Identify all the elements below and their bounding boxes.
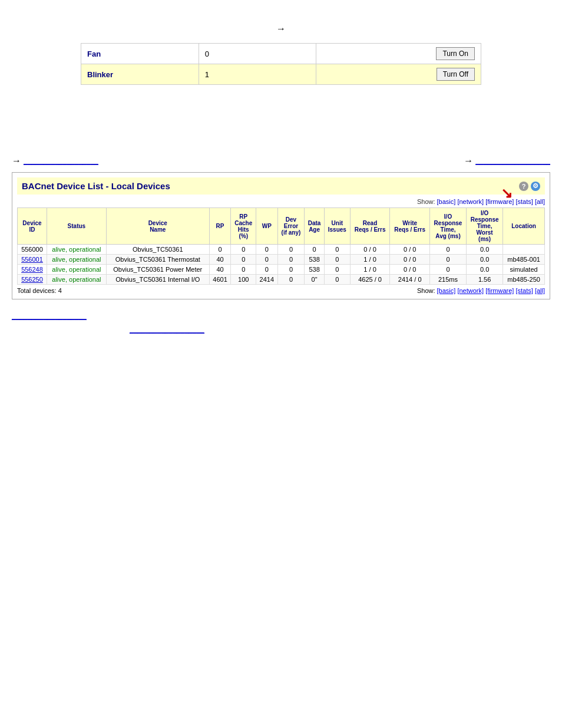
cell-13: mb485-001 <box>507 256 540 263</box>
status: alive, operational <box>52 256 101 263</box>
show-all-bottom-link[interactable]: [all] <box>535 287 545 294</box>
device-id: 556000 <box>21 246 43 253</box>
cell-8: 0 <box>335 256 339 263</box>
cell-12: 1.56 <box>478 276 491 283</box>
cell-13: simulated <box>510 266 538 273</box>
cell-8: 0 <box>335 276 339 283</box>
cell-5: 2414 <box>260 276 274 283</box>
device-table-row: 556001alive, operationalObvius_TC50361 T… <box>18 255 545 265</box>
cell-6: 0 <box>289 256 293 263</box>
cell-9: 0 / 0 <box>363 246 376 253</box>
cell-9: 1 / 0 <box>363 256 376 263</box>
device-name: Obvius_TC50361 <box>133 246 183 253</box>
device-table-row: 556000alive, operationalObvius_TC5036100… <box>18 245 545 255</box>
show-stats-link[interactable]: [stats] <box>515 198 533 205</box>
cell-3: 40 <box>216 256 223 263</box>
cell-6: 0 <box>289 276 293 283</box>
cell-3: 4601 <box>213 276 227 283</box>
device-name: Obvius_TC50361 Internal I/O <box>115 276 200 283</box>
cell-5: 0 <box>265 266 269 273</box>
bacnet-section: BACnet Device List - Local Devices ? ⚙ ↘… <box>12 172 550 299</box>
cell-12: 0.0 <box>480 266 489 273</box>
cell-11: 0 <box>446 256 449 263</box>
right-arrow-link[interactable]: → ___________________ <box>464 156 550 166</box>
cell-4: 0 <box>242 256 245 263</box>
cell-12: 0.0 <box>480 256 489 263</box>
cell-7: 0 <box>313 246 316 253</box>
fan-action-cell: Turn On <box>316 44 481 64</box>
control-table: Fan 0 Turn On Blinker 1 Turn Off <box>81 43 481 85</box>
show-bottom-links: Show: [basic] [network] [firmware] [stat… <box>417 287 545 294</box>
show-network-bottom-link[interactable]: [network] <box>457 287 484 294</box>
cell-9: 4625 / 0 <box>358 276 382 283</box>
col-data-age: DataAge <box>305 208 325 245</box>
device-table-row: 556250alive, operationalObvius_TC50361 I… <box>18 275 545 285</box>
bottom-link-1[interactable]: ___________________ <box>12 312 87 320</box>
cell-10: 0 / 0 <box>404 246 416 253</box>
cell-4: 0 <box>242 246 245 253</box>
total-devices-label: Total devices: 4 <box>17 287 62 294</box>
col-device-id: DeviceID <box>18 208 47 245</box>
show-label: Show: <box>417 198 437 205</box>
status: alive, operational <box>52 246 101 253</box>
cell-4: 0 <box>242 266 245 273</box>
status: alive, operational <box>52 266 101 273</box>
col-dev-error: DevError(if any) <box>277 208 305 245</box>
col-io-avg: I/OResponseTime,Avg (ms) <box>429 208 466 245</box>
bacnet-title: BACnet Device List - Local Devices <box>22 181 170 191</box>
col-location: Location <box>503 208 545 245</box>
col-status: Status <box>47 208 106 245</box>
fan-row: Fan 0 Turn On <box>81 44 481 64</box>
cell-5: 0 <box>265 246 269 253</box>
fan-label: Fan <box>81 44 199 64</box>
cell-7: 538 <box>309 256 319 263</box>
cell-3: 0 <box>219 246 222 253</box>
right-link-text[interactable]: ___________________ <box>475 157 550 165</box>
right-arrow-icon: → <box>464 156 473 166</box>
device-table-row: 556248alive, operationalObvius_TC50361 P… <box>18 265 545 275</box>
cell-13: mb485-250 <box>507 276 540 283</box>
col-device-name: DeviceName <box>106 208 209 245</box>
left-link-text[interactable]: ___________________ <box>24 157 98 165</box>
blinker-value: 1 <box>199 64 316 85</box>
col-io-worst: I/OResponseTime,Worst(ms) <box>467 208 503 245</box>
cell-10: 0 / 0 <box>404 256 416 263</box>
help-icon[interactable]: ? <box>519 182 528 191</box>
cell-12: 0.0 <box>480 246 489 253</box>
cell-11: 0 <box>446 246 449 253</box>
show-stats-bottom-link[interactable]: [stats] <box>515 287 533 294</box>
cell-5: 0 <box>265 256 269 263</box>
cell-8: 0 <box>335 266 339 273</box>
device-id-link[interactable]: 556248 <box>21 266 43 273</box>
blinker-label: Blinker <box>81 64 199 85</box>
cell-4: 100 <box>238 276 249 283</box>
device-id-link[interactable]: 556001 <box>21 256 43 263</box>
device-id-link[interactable]: 556250 <box>21 276 43 283</box>
device-name: Obvius_TC50361 Thermostat <box>115 256 200 263</box>
col-write-reqs: WriteReqs / Errs <box>390 208 430 245</box>
show-basic-bottom-link[interactable]: [basic] <box>437 287 456 294</box>
cell-6: 0 <box>289 246 293 253</box>
cell-10: 0 / 0 <box>404 266 416 273</box>
device-table-header: DeviceID Status DeviceName RP RPCacheHit… <box>18 208 545 245</box>
show-basic-link[interactable]: [basic] <box>437 198 456 205</box>
show-network-link[interactable]: [network] <box>457 198 484 205</box>
settings-icon[interactable]: ⚙ <box>531 182 540 191</box>
show-firmware-bottom-link[interactable]: [firmware] <box>485 287 514 294</box>
show-links-top: ↘ Show: [basic] [network] [firmware] [st… <box>17 198 545 205</box>
total-row: Total devices: 4 Show: [basic] [network]… <box>17 287 545 294</box>
bottom-link-2[interactable]: ___________________ <box>130 325 204 334</box>
left-arrow-link[interactable]: → ___________________ <box>12 156 98 166</box>
cell-9: 1 / 0 <box>363 266 376 273</box>
turn-on-button[interactable]: Turn On <box>436 47 475 60</box>
col-read-reqs: ReadReqs / Errs <box>350 208 390 245</box>
cell-11: 215ms <box>438 276 458 283</box>
blinker-row: Blinker 1 Turn Off <box>81 64 481 85</box>
col-wp: WP <box>256 208 278 245</box>
turn-off-button[interactable]: Turn Off <box>437 68 475 81</box>
left-arrow-icon: → <box>12 156 21 166</box>
show-all-link[interactable]: [all] <box>535 198 545 205</box>
red-arrow: ↘ <box>501 185 513 202</box>
top-arrow: → <box>12 24 550 34</box>
cell-6: 0 <box>289 266 293 273</box>
